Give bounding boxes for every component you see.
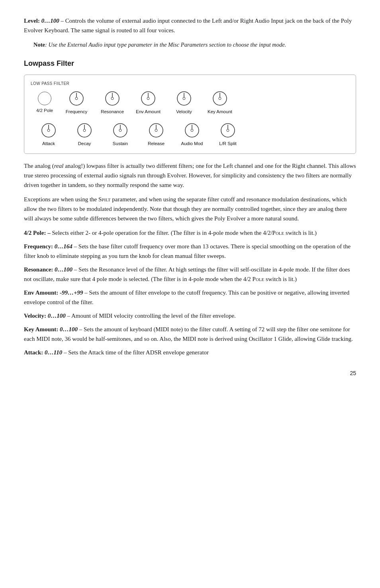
note-label: Note [33,41,45,48]
sustain-knob[interactable] [112,122,129,139]
audio-mod-knob-item: Audio Mod [174,122,210,147]
knob-row-2: Attack Decay Sustain [31,122,349,147]
svg-point-5 [111,97,114,100]
release-knob-item: Release [138,122,174,147]
param-key-amount-name: Key Amount: 0…100 [24,326,78,332]
param-attack: Attack: 0…110 – Sets the Attack time of … [24,348,356,357]
real-italic: real [54,163,64,169]
audio-mod-knob[interactable] [183,122,201,139]
param-env-amount: Env Amount: -99…+99 – Sets the amount of… [24,288,356,307]
level-label: Level: [24,18,40,24]
param-key-amount: Key Amount: 0…100 – Sets the amount of k… [24,324,356,344]
decay-label: Decay [78,140,91,147]
pole-button[interactable] [38,92,51,105]
param-attack-name: Attack: 0…110 [24,349,62,356]
frequency-knob[interactable] [68,90,85,107]
env-amount-label: Env Amount [136,108,161,115]
attack-knob-item: Attack [31,122,67,147]
param-pole: 4/2 Pole: – Selects either 2- or 4-pole … [24,228,356,238]
svg-point-2 [75,97,78,100]
pole-smallcaps: Pole [272,230,284,236]
level-paragraph: Level: 0…100 – Controls the volume of ex… [24,16,356,35]
svg-point-14 [219,97,221,100]
velocity-knob-item: Velocity [166,90,202,115]
spilt-smallcaps: Spilt [98,196,111,203]
velocity-knob[interactable] [175,90,193,107]
param-frequency: Frequency: 0…164 – Sets the base filter … [24,242,356,261]
lr-split-knob-item: L/R Split [210,122,246,147]
attack-knob[interactable] [40,122,57,139]
filter-box: LOW PASS FIILTER 4/2 Pole Frequency [24,75,356,154]
svg-point-23 [119,129,121,132]
audio-mod-label: Audio Mod [181,140,203,147]
svg-point-29 [191,129,193,132]
resonance-knob-item: Resonance [94,90,130,115]
param-pole-name: 4/2 Pole: – [24,230,51,236]
svg-point-20 [83,129,86,132]
level-desc: – Controls the volume of external audio … [24,18,352,33]
body-para-2: Exceptions are when using the Spilt para… [24,195,356,223]
lr-split-label: L/R Split [219,140,236,147]
svg-point-26 [155,129,157,132]
svg-point-17 [47,129,50,132]
param-velocity: Velocity: 0…100 – Amount of MIDI velocit… [24,311,356,321]
key-amount-knob[interactable] [211,90,229,107]
svg-point-8 [147,97,149,100]
pole-label: 4/2 Pole [36,107,53,114]
param-resonance: Resonance: 0…100 – Sets the Resonance le… [24,265,356,284]
section-heading: Lowpass Filter [24,58,356,69]
frequency-label: Frequency [66,108,87,115]
velocity-label: Velocity [176,108,192,115]
resonance-knob[interactable] [104,90,121,107]
env-amount-knob[interactable] [139,90,157,107]
filter-box-title: LOW PASS FIILTER [31,81,349,87]
note-block: Note: Use the External Audio input type … [33,41,356,49]
release-label: Release [148,140,165,147]
param-resonance-name: Resonance: 0…100 [24,266,72,273]
lr-split-knob[interactable] [219,122,237,139]
frequency-knob-item: Frequency [59,90,94,115]
param-env-amount-name: Env Amount: -99…+99 [24,289,83,296]
decay-knob-item: Decay [67,122,102,147]
pole-item: 4/2 Pole [31,90,59,114]
decay-knob[interactable] [76,122,93,139]
pole-smallcaps2: Pole [253,276,264,282]
param-frequency-name: Frequency: 0…164 [24,243,72,250]
key-amount-label: Key Amount [208,108,232,115]
body-para-1: The analog (real analog!) lowpass filter… [24,161,356,190]
env-amount-knob-item: Env Amount [130,90,166,115]
sustain-label: Sustain [113,140,128,147]
level-range: 0…100 [41,18,59,24]
key-amount-knob-item: Key Amount [202,90,238,115]
attack-label: Attack [42,140,55,147]
page-content: Level: 0…100 – Controls the volume of ex… [24,16,356,378]
svg-point-11 [183,97,185,100]
resonance-label: Resonance [101,108,124,115]
release-knob[interactable] [147,122,165,139]
sustain-knob-item: Sustain [102,122,138,147]
svg-point-32 [227,129,229,132]
knob-row-1: 4/2 Pole Frequency Resonance [31,90,349,115]
note-text: : Use the External Audio input type para… [45,41,286,48]
page-number: 25 [24,369,356,378]
param-velocity-name: Velocity: 0…100 [24,313,66,319]
